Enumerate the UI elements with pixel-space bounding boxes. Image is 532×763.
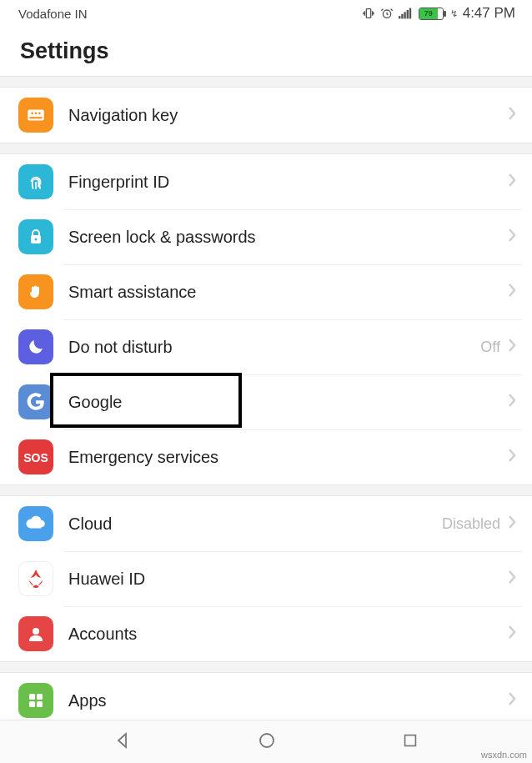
back-button[interactable] bbox=[113, 730, 133, 754]
chevron-right-icon bbox=[507, 337, 517, 357]
row-label: Navigation key bbox=[68, 106, 507, 125]
status-bar: Vodafone IN 79 ↯ 4:47 PM bbox=[0, 0, 532, 25]
settings-row-do-not-disturb[interactable]: Do not disturb Off bbox=[0, 319, 532, 374]
svg-text:SOS: SOS bbox=[23, 451, 48, 464]
chevron-right-icon bbox=[507, 624, 517, 644]
battery-icon: 79 bbox=[419, 8, 444, 20]
svg-rect-4 bbox=[404, 12, 405, 18]
charging-icon: ↯ bbox=[450, 8, 458, 19]
huawei-icon bbox=[18, 561, 53, 596]
svg-point-11 bbox=[38, 112, 41, 114]
google-icon bbox=[18, 384, 53, 419]
group-divider bbox=[0, 484, 532, 496]
svg-point-9 bbox=[31, 112, 33, 114]
row-label: Emergency services bbox=[68, 448, 507, 467]
row-label: Apps bbox=[68, 691, 507, 710]
svg-rect-0 bbox=[366, 9, 370, 18]
signal-icon bbox=[399, 7, 412, 20]
cloud-icon bbox=[18, 506, 53, 541]
row-label: Cloud bbox=[68, 515, 442, 534]
settings-row-google[interactable]: Google bbox=[0, 374, 532, 429]
page-title: Settings bbox=[20, 38, 512, 64]
svg-rect-17 bbox=[37, 694, 43, 700]
svg-rect-2 bbox=[399, 16, 400, 18]
sos-icon: SOS bbox=[18, 439, 53, 474]
settings-group: Cloud Disabled Huawei ID Accounts bbox=[0, 496, 532, 661]
hand-icon bbox=[18, 274, 53, 309]
svg-point-15 bbox=[33, 628, 39, 635]
svg-rect-16 bbox=[29, 694, 35, 700]
chevron-right-icon bbox=[507, 392, 517, 412]
chevron-right-icon bbox=[507, 105, 517, 125]
svg-rect-19 bbox=[37, 701, 43, 707]
svg-rect-3 bbox=[401, 14, 403, 19]
svg-rect-18 bbox=[29, 701, 35, 707]
row-label: Huawei ID bbox=[68, 570, 507, 589]
settings-row-accounts[interactable]: Accounts bbox=[0, 606, 532, 661]
settings-row-fingerprint-id[interactable]: Fingerprint ID bbox=[0, 154, 532, 209]
watermark: wsxdn.com bbox=[481, 750, 527, 760]
svg-rect-5 bbox=[406, 10, 408, 18]
lock-icon bbox=[18, 219, 53, 254]
settings-row-cloud[interactable]: Cloud Disabled bbox=[0, 496, 532, 551]
moon-icon bbox=[18, 329, 53, 364]
svg-point-20 bbox=[260, 734, 274, 747]
row-label: Google bbox=[68, 393, 507, 412]
settings-row-smart-assistance[interactable]: Smart assistance bbox=[0, 264, 532, 319]
settings-row-screen-lock[interactable]: Screen lock & passwords bbox=[0, 209, 532, 264]
row-value: Off bbox=[480, 339, 500, 356]
nav-key-icon bbox=[18, 98, 53, 133]
settings-group: Fingerprint ID Screen lock & passwords S… bbox=[0, 154, 532, 484]
chevron-right-icon bbox=[507, 569, 517, 589]
recent-button[interactable] bbox=[401, 731, 419, 753]
row-label: Fingerprint ID bbox=[68, 173, 507, 192]
chevron-right-icon bbox=[507, 172, 517, 192]
settings-row-huawei-id[interactable]: Huawei ID bbox=[0, 551, 532, 606]
group-divider bbox=[0, 661, 532, 673]
settings-list: Navigation key Fingerprint ID Screen loc… bbox=[0, 76, 532, 728]
settings-row-emergency[interactable]: SOS Emergency services bbox=[0, 429, 532, 484]
chevron-right-icon bbox=[507, 282, 517, 302]
chevron-right-icon bbox=[507, 227, 517, 247]
home-button[interactable] bbox=[257, 730, 277, 754]
svg-point-13 bbox=[35, 238, 38, 241]
row-label: Accounts bbox=[68, 625, 507, 644]
row-label: Smart assistance bbox=[68, 283, 507, 302]
row-label: Screen lock & passwords bbox=[68, 228, 507, 247]
group-divider bbox=[0, 76, 532, 88]
settings-header: Settings bbox=[0, 25, 532, 76]
chevron-right-icon bbox=[507, 447, 517, 467]
svg-rect-21 bbox=[405, 735, 416, 745]
settings-group: Navigation key bbox=[0, 88, 532, 143]
group-divider bbox=[0, 143, 532, 154]
chevron-right-icon bbox=[507, 514, 517, 534]
fingerprint-icon bbox=[18, 164, 53, 199]
apps-icon bbox=[18, 683, 53, 718]
svg-rect-8 bbox=[29, 117, 42, 118]
carrier-label: Vodafone IN bbox=[18, 7, 88, 21]
system-navbar bbox=[0, 720, 532, 763]
settings-row-navigation-key[interactable]: Navigation key bbox=[0, 88, 532, 143]
accounts-icon bbox=[18, 616, 53, 651]
clock-label: 4:47 PM bbox=[463, 5, 515, 22]
svg-rect-7 bbox=[28, 110, 44, 121]
vibrate-icon bbox=[362, 7, 375, 20]
svg-rect-6 bbox=[409, 8, 410, 19]
row-label: Do not disturb bbox=[68, 338, 480, 357]
row-value: Disabled bbox=[442, 515, 500, 533]
chevron-right-icon bbox=[507, 690, 517, 710]
status-bar-right: 79 ↯ 4:47 PM bbox=[362, 5, 515, 22]
svg-point-10 bbox=[35, 112, 38, 114]
settings-screen: Vodafone IN 79 ↯ 4:47 PM Settings Naviga… bbox=[0, 0, 532, 763]
alarm-icon bbox=[380, 7, 394, 20]
